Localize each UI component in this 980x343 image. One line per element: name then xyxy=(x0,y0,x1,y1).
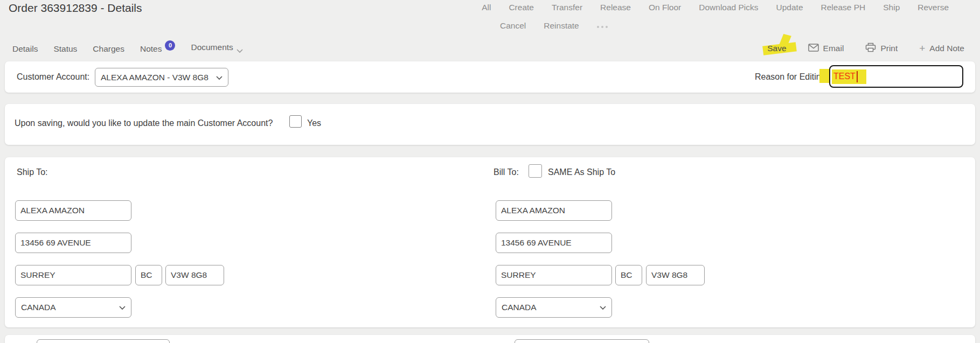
bill-to-province-input[interactable] xyxy=(615,265,642,285)
tab-status[interactable]: Status xyxy=(53,44,77,54)
order-actions-nav: All Create Transfer Release On Floor Dow… xyxy=(482,3,949,12)
ship-to-postal-input[interactable] xyxy=(165,265,224,285)
bill-to-postal-input[interactable] xyxy=(646,265,705,285)
nav-on-floor[interactable]: On Floor xyxy=(649,3,681,12)
tab-documents[interactable]: Documents xyxy=(191,43,242,55)
print-button[interactable]: Print xyxy=(865,43,898,54)
order-actions-nav-secondary: Cancel Reinstate xyxy=(500,21,608,31)
bill-to-country-select[interactable]: CANADA xyxy=(496,297,612,318)
email-button[interactable]: Email xyxy=(808,44,844,54)
ship-to-city-input[interactable] xyxy=(15,265,131,285)
reason-for-editing-label: Reason for Editing: xyxy=(755,72,828,82)
addresses-panel xyxy=(5,157,975,327)
ship-to-province-input[interactable] xyxy=(135,265,162,285)
tab-notes[interactable]: Notes 0 xyxy=(140,44,176,54)
next-section-left-input[interactable] xyxy=(37,339,170,343)
customer-account-value: ALEXA AMAZON - V3W 8G8 xyxy=(101,73,208,82)
customer-account-select[interactable]: ALEXA AMAZON - V3W 8G8 xyxy=(95,68,228,87)
save-button[interactable]: Save xyxy=(767,44,786,53)
nav-transfer[interactable]: Transfer xyxy=(552,3,582,12)
nav-create[interactable]: Create xyxy=(509,3,534,12)
bill-to-name-input[interactable] xyxy=(496,200,612,221)
notes-count-badge: 0 xyxy=(165,40,175,51)
ship-to-name-input[interactable] xyxy=(15,200,131,221)
same-as-ship-to-label: SAME As Ship To xyxy=(548,167,615,177)
highlighted-input-text: TEST xyxy=(832,69,866,84)
order-details-page: Order 363912839 - Details All Create Tra… xyxy=(0,0,980,343)
toolbar: Save Email Print + Add Note xyxy=(767,43,964,54)
nav-all[interactable]: All xyxy=(482,3,491,12)
customer-account-label: Customer Account: xyxy=(17,72,89,82)
ship-to-country-select[interactable]: CANADA xyxy=(15,297,131,318)
update-account-yes-label: Yes xyxy=(307,118,321,128)
text-cursor xyxy=(857,71,858,82)
tab-charges[interactable]: Charges xyxy=(93,44,124,54)
printer-icon xyxy=(865,43,876,54)
chevron-down-icon xyxy=(600,303,606,312)
nav-reverse[interactable]: Reverse xyxy=(918,3,949,12)
nav-release-ph[interactable]: Release PH xyxy=(821,3,866,12)
bill-to-address-input[interactable] xyxy=(496,233,612,253)
bill-to-heading: Bill To: xyxy=(494,167,519,177)
ship-to-heading: Ship To: xyxy=(17,167,48,177)
nav-download-picks[interactable]: Download Picks xyxy=(699,3,758,12)
page-title: Order 363912839 - Details xyxy=(9,2,142,15)
plus-icon: + xyxy=(919,43,925,54)
next-section-right-input[interactable] xyxy=(515,339,649,343)
detail-tabs: Details Status Charges Notes 0 Documents xyxy=(12,43,243,55)
same-as-ship-to-checkbox[interactable] xyxy=(529,164,542,178)
nav-release[interactable]: Release xyxy=(600,3,631,12)
chevron-down-icon xyxy=(216,73,223,82)
bill-to-city-input[interactable] xyxy=(496,265,612,285)
ship-to-address-input[interactable] xyxy=(15,233,131,253)
add-note-button[interactable]: + Add Note xyxy=(919,43,964,54)
chevron-down-icon xyxy=(119,303,126,312)
more-actions-icon[interactable] xyxy=(597,24,608,28)
tab-details[interactable]: Details xyxy=(12,44,38,54)
nav-cancel[interactable]: Cancel xyxy=(500,21,526,31)
nav-reinstate[interactable]: Reinstate xyxy=(544,21,579,31)
nav-update[interactable]: Update xyxy=(776,3,803,12)
ship-to-country-value: CANADA xyxy=(21,303,56,312)
reason-for-editing-input[interactable]: TEST xyxy=(829,65,963,88)
chevron-down-icon xyxy=(237,46,243,55)
envelope-icon xyxy=(808,44,819,54)
update-account-yes-checkbox[interactable] xyxy=(289,115,302,128)
nav-ship[interactable]: Ship xyxy=(883,3,900,12)
update-account-question: Upon saving, would you like to update th… xyxy=(15,118,273,128)
bill-to-country-value: CANADA xyxy=(502,303,537,312)
